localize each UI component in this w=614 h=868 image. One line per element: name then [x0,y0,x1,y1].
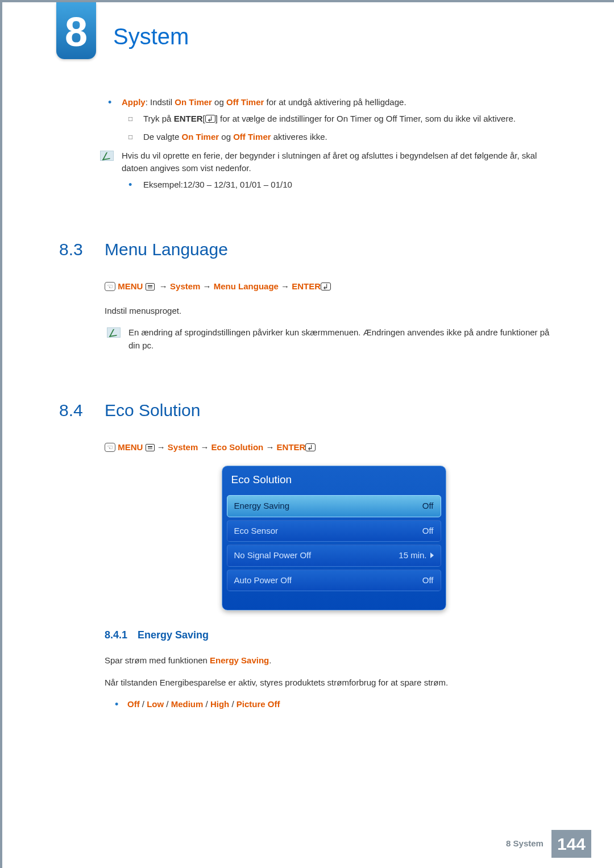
off-timer: Off Timer [233,132,271,142]
enter-sub-bullet: Tryk på ENTER[] for at vælge de indstill… [59,113,563,126]
enter-icon [205,115,215,123]
footer: 8 System 144 [506,830,591,858]
section-8-3-body: ☜ MENU → System → Menu Language → ENTER … [59,262,563,352]
osd-row-value: 15 min. [399,549,426,562]
body-text: Indstil menusproget. [105,305,563,318]
osd-title: Eco Solution [222,466,446,493]
option: Off [127,699,140,709]
section-title: Menu Language [105,236,228,262]
enter-icon [321,283,331,290]
path-system: System [168,442,198,452]
text: De valgte [143,132,182,142]
osd-row-label: Eco Sensor [234,525,279,538]
subsection-8-4-1-header: 8.4.1 Energy Saving [105,628,563,643]
text: ] for at vælge de indstillinger for On T… [215,114,516,123]
osd-row-value: Off [422,500,434,513]
chevron-right-icon [430,553,434,558]
menu-icon [146,444,155,451]
on-timer: On Timer [182,132,219,142]
section-8-4-body: ☜ MENU → System → Eco Solution → ENTER E… [59,423,563,711]
section-title: Eco Solution [105,397,200,423]
arrow-icon: → [281,281,289,291]
text: : Indstil [146,97,175,107]
enter-label: ENTER [174,114,203,123]
note-icon [100,151,114,161]
text: Spar strøm med funktionen [105,655,210,665]
section-8-3-header: 8.3 Menu Language [59,236,563,262]
text: for at undgå aktivering på helligdage. [264,97,406,107]
section-number: 8.4 [59,397,105,423]
separator: / [229,699,237,709]
arrow-icon: → [265,442,274,452]
subsection-title: Energy Saving [138,628,209,643]
arrow-icon: → [200,442,209,452]
subsection-number: 8.4.1 [105,628,127,643]
apply-bullet: Apply: Indstil On Timer og Off Timer for… [59,96,563,109]
arrow-icon: → [157,442,165,452]
menu-icon [146,283,155,290]
text: . [269,655,271,665]
osd-row-value: Off [422,525,434,538]
path-item: Menu Language [214,281,279,291]
osd-row[interactable]: Eco SensorOff [227,520,441,542]
options-list: Off / Low / Medium / High / Picture Off [105,698,563,711]
section-number: 8.3 [59,236,105,262]
path-item: Eco Solution [211,442,264,452]
arrow-icon: → [203,281,211,291]
line1: Spar strøm med funktionen Energy Saving. [105,654,563,667]
line2: Når tilstanden Energibesparelse er aktiv… [105,676,563,690]
content-area: Apply: Indstil On Timer og Off Timer for… [2,65,614,762]
note-text: En ændring af sprogindstillingen påvirke… [128,327,549,350]
option: Medium [171,699,204,709]
path-system: System [170,281,200,291]
nav-path: ☜ MENU → System → Menu Language → ENTER [105,280,563,293]
chapter-title: System [113,19,189,53]
osd-row[interactable]: Auto Power OffOff [227,570,441,592]
osd-row-label: Auto Power Off [234,574,292,587]
separator: / [203,699,210,709]
holiday-note: Hvis du vil oprette en ferie, der begynd… [59,149,563,175]
footer-chapter: 8 System [506,837,544,850]
osd-row-label: No Signal Power Off [234,549,312,562]
separator: / [164,699,171,709]
section-8-4-header: 8.4 Eco Solution [59,397,563,423]
osd-row-label: Energy Saving [234,500,290,513]
hand-icon: ☜ [105,282,115,291]
osd-spacer [222,594,446,610]
osd-row[interactable]: No Signal Power Off15 min. [227,545,441,567]
nav-path: ☜ MENU → System → Eco Solution → ENTER [105,441,563,454]
note-text: Hvis du vil oprette en ferie, der begynd… [122,151,537,173]
osd-row[interactable]: Energy SavingOff [227,495,441,517]
apply-label: Apply [122,97,146,107]
menu-label: MENU [118,281,143,291]
osd-row-value: Off [422,574,434,587]
enter-label: ENTER [292,281,321,291]
hand-icon: ☜ [105,443,115,452]
note-icon [107,327,121,338]
on-timer: On Timer [175,97,212,107]
arrow-icon: → [159,281,168,291]
example-bullet: Eksempel:12/30 – 12/31, 01/01 – 01/10 [59,178,563,192]
language-note: En ændring af sprogindstillingen påvirke… [105,326,563,352]
chapter-header: 8 System [2,2,614,65]
example-text: Eksempel:12/30 – 12/31, 01/01 – 01/10 [143,180,292,189]
text: og [219,132,233,142]
menu-label: MENU [118,442,143,452]
separator: / [140,699,147,709]
off-timer: Off Timer [226,97,264,107]
subsection-body: Spar strøm med funktionen Energy Saving.… [105,654,563,711]
text: aktiveres ikke. [271,132,327,142]
osd-panel: Eco Solution Energy SavingOffEco SensorO… [222,466,446,611]
text: Tryk på [143,114,174,123]
option: High [210,699,229,709]
enter-icon [305,443,316,451]
option: Picture Off [237,699,280,709]
chapter-number-badge: 8 [56,2,96,59]
option: Low [147,699,164,709]
feature-name: Energy Saving [210,655,269,665]
text: og [212,97,226,107]
deactivate-sub-bullet: De valgte On Timer og Off Timer aktivere… [59,131,563,144]
footer-page-number: 144 [551,830,591,858]
enter-label: ENTER [277,442,306,452]
page: 8 System Apply: Indstil On Timer og Off … [0,0,614,868]
